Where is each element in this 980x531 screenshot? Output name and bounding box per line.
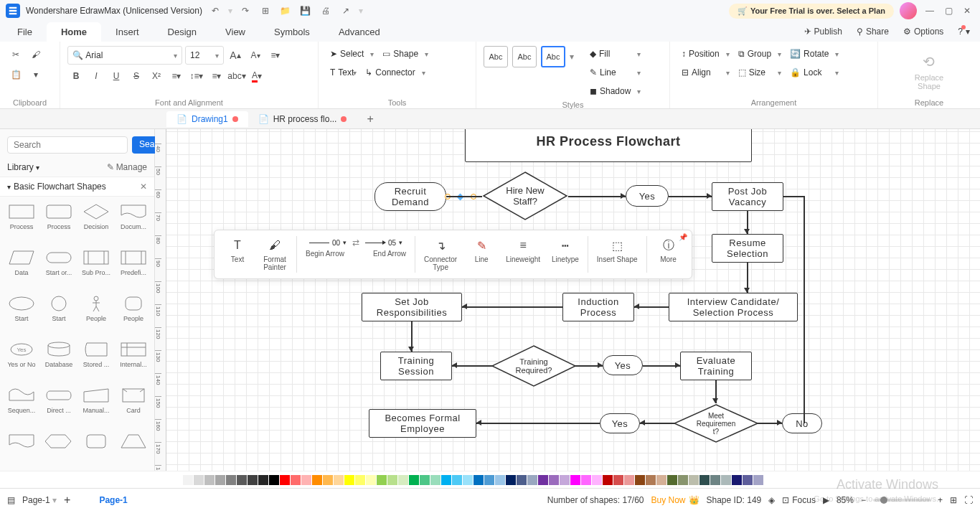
color-swatch[interactable] bbox=[355, 475, 365, 485]
line-dropdown[interactable]: ✎Line bbox=[585, 65, 642, 80]
node-set-job[interactable]: Set Job Responsibilities bbox=[362, 293, 462, 321]
color-swatch[interactable] bbox=[473, 475, 484, 485]
ft-insert-shape[interactable]: ⬚Insert Shape bbox=[593, 236, 642, 273]
ft-format-painter[interactable]: 🖌Format Painter bbox=[258, 236, 292, 273]
node-no[interactable]: No bbox=[782, 413, 822, 433]
node-yes3[interactable]: Yes bbox=[600, 413, 640, 433]
align-dropdown-1[interactable]: ≡▾ bbox=[267, 47, 284, 64]
color-swatch[interactable] bbox=[248, 475, 258, 485]
shape-item[interactable]: Database bbox=[43, 340, 75, 380]
style-preview-2[interactable]: Abc bbox=[512, 46, 537, 67]
color-swatch[interactable] bbox=[603, 475, 613, 485]
shape-item[interactable]: Sequen... bbox=[6, 386, 37, 426]
color-swatch[interactable] bbox=[635, 475, 645, 485]
color-swatch[interactable] bbox=[463, 475, 473, 485]
maximize-icon[interactable]: ▢ bbox=[941, 4, 956, 18]
undo-icon[interactable]: ↶ bbox=[208, 4, 222, 18]
node-post-job[interactable]: Post Job Vacancy bbox=[712, 182, 783, 211]
color-swatch[interactable] bbox=[624, 475, 634, 485]
shape-item[interactable]: Data bbox=[6, 248, 37, 288]
color-swatch[interactable] bbox=[237, 475, 247, 485]
color-swatch[interactable] bbox=[656, 475, 666, 485]
brush-button[interactable]: 🖌 bbox=[27, 46, 44, 63]
doc-tab-1[interactable]: 📄 Drawing1 bbox=[166, 111, 248, 127]
shape-item[interactable]: Stored ... bbox=[80, 340, 112, 380]
layers-icon[interactable]: ◈ bbox=[768, 495, 775, 505]
shape-tool[interactable]: ▭Shape bbox=[378, 46, 430, 62]
add-page[interactable]: + bbox=[64, 494, 70, 507]
shape-item[interactable]: Card bbox=[118, 386, 149, 426]
font-shrink-button[interactable]: A▾ bbox=[247, 47, 264, 64]
color-swatch[interactable] bbox=[699, 475, 710, 485]
tab-symbols[interactable]: Symbols bbox=[260, 22, 324, 42]
color-swatch[interactable] bbox=[721, 475, 731, 485]
node-yes1[interactable]: Yes bbox=[626, 185, 669, 207]
library-label[interactable]: Library bbox=[7, 162, 34, 172]
group-dropdown[interactable]: ⧉Group bbox=[734, 46, 783, 62]
color-swatch[interactable] bbox=[581, 475, 591, 485]
color-swatch[interactable] bbox=[667, 475, 677, 485]
buy-now-link[interactable]: Buy Now 👑 bbox=[651, 495, 699, 505]
rotate-dropdown[interactable]: 🔄Rotate bbox=[786, 46, 840, 62]
fullscreen-icon[interactable]: ⛶ bbox=[964, 495, 973, 505]
export-icon[interactable]: ↗ bbox=[339, 4, 353, 18]
connector-tool[interactable]: ↳Connector bbox=[361, 65, 426, 80]
color-swatch[interactable] bbox=[323, 475, 333, 485]
cut-button[interactable]: ✂ bbox=[7, 46, 24, 63]
color-swatch[interactable] bbox=[430, 475, 440, 485]
color-swatch[interactable] bbox=[280, 475, 290, 485]
shape-item[interactable]: Start bbox=[6, 294, 37, 334]
color-swatch[interactable] bbox=[689, 475, 699, 485]
canvas[interactable]: HR Process Flowchart Recruit Demand Hire… bbox=[166, 121, 980, 471]
color-swatch[interactable] bbox=[420, 475, 430, 485]
color-swatch[interactable] bbox=[753, 475, 763, 485]
color-swatch[interactable] bbox=[495, 475, 505, 485]
ft-lineweight[interactable]: ≡Lineweight bbox=[501, 236, 545, 273]
search-input[interactable] bbox=[7, 136, 128, 154]
node-becomes[interactable]: Becomes Formal Employee bbox=[369, 409, 476, 438]
select-tool[interactable]: ➤Select bbox=[326, 46, 375, 62]
print-icon[interactable]: 🖨 bbox=[319, 4, 333, 18]
shape-item[interactable]: Start or... bbox=[43, 248, 75, 288]
tab-file[interactable]: File bbox=[3, 22, 47, 42]
superscript-button[interactable]: X² bbox=[148, 67, 165, 85]
node-resume-selection[interactable]: Resume Selection bbox=[712, 234, 783, 263]
ft-linetype[interactable]: ┅Linetype bbox=[547, 236, 583, 273]
tab-insert[interactable]: Insert bbox=[101, 22, 154, 42]
pages-icon[interactable]: ▤ bbox=[7, 495, 15, 505]
lock-dropdown[interactable]: 🔒Lock bbox=[786, 65, 840, 80]
node-training-session[interactable]: Training Session bbox=[380, 352, 452, 380]
color-swatch[interactable] bbox=[743, 475, 753, 485]
tab-home[interactable]: Home bbox=[47, 22, 101, 42]
node-recruit-demand[interactable]: Recruit Demand bbox=[374, 182, 446, 211]
color-swatch[interactable] bbox=[334, 475, 344, 485]
strike-button[interactable]: S bbox=[128, 67, 145, 85]
color-swatch[interactable] bbox=[710, 475, 720, 485]
node-induction[interactable]: Induction Process bbox=[562, 293, 634, 321]
shape-item[interactable]: Docum... bbox=[118, 202, 149, 243]
pin-icon[interactable]: 📌 bbox=[679, 233, 687, 241]
shape-item[interactable]: People bbox=[80, 294, 112, 334]
share-link[interactable]: ⚲Share bbox=[849, 27, 896, 37]
color-swatch[interactable] bbox=[517, 475, 527, 485]
shape-item[interactable]: Decision bbox=[80, 202, 112, 243]
color-swatch[interactable] bbox=[301, 475, 311, 485]
color-swatch[interactable] bbox=[441, 475, 451, 485]
minimize-icon[interactable]: — bbox=[923, 4, 937, 18]
add-tab[interactable]: + bbox=[357, 110, 383, 128]
color-swatch[interactable] bbox=[258, 475, 268, 485]
copy-button[interactable]: 📋 bbox=[7, 66, 24, 83]
ft-text[interactable]: TText bbox=[220, 236, 255, 273]
shape-item[interactable]: Internal... bbox=[118, 340, 149, 380]
ft-line[interactable]: ✎Line bbox=[464, 236, 499, 273]
shape-item[interactable] bbox=[6, 432, 37, 465]
color-swatch[interactable] bbox=[506, 475, 516, 485]
fit-page-icon[interactable]: ⊞ bbox=[950, 495, 957, 505]
replace-shape-label[interactable]: Replace Shape bbox=[915, 73, 943, 90]
options-link[interactable]: ⚙Options bbox=[896, 27, 951, 37]
shape-item[interactable] bbox=[43, 432, 75, 465]
color-swatch[interactable] bbox=[194, 475, 204, 485]
new-icon[interactable]: ⊞ bbox=[258, 4, 273, 18]
fill-dropdown[interactable]: ◆Fill bbox=[585, 46, 642, 62]
line-spacing-button[interactable]: ↕≡▾ bbox=[188, 67, 205, 85]
